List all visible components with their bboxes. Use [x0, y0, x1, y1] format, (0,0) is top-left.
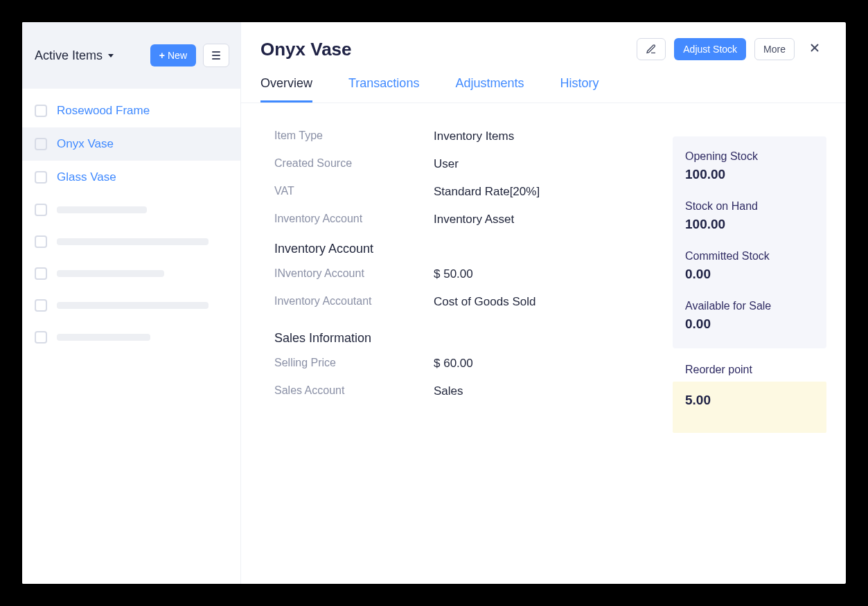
- stock-label: Opening Stock: [685, 150, 814, 163]
- item-list: Rosewood FrameOnyx VaseGlass Vase: [22, 89, 240, 353]
- detail-label: VAT: [274, 185, 434, 199]
- detail-row: Inventory AccoutantCost of Goods Sold: [274, 288, 645, 316]
- tab-history[interactable]: History: [560, 76, 599, 103]
- reorder-label: Reorder point: [673, 348, 826, 382]
- close-icon: [808, 42, 821, 54]
- detail-row: Sales AccountSales: [274, 377, 645, 405]
- sidebar-item-placeholder: [22, 289, 240, 321]
- sidebar-header: Active Items + New: [22, 22, 240, 89]
- detail-value: Inventory Asset: [434, 213, 514, 226]
- checkbox: [35, 267, 47, 280]
- sidebar-item-label: Glass Vase: [57, 170, 116, 184]
- stock-value: 100.00: [685, 167, 814, 182]
- caret-down-icon: [108, 54, 114, 57]
- stock-group: Available for Sale0.00: [685, 300, 814, 332]
- detail-label: Created Source: [274, 157, 434, 171]
- stock-label: Stock on Hand: [685, 200, 814, 213]
- main-panel: Onyx Vase Adjust Stock More: [241, 22, 846, 584]
- checkbox[interactable]: [35, 171, 47, 184]
- sidebar-item-placeholder: [22, 194, 240, 226]
- sidebar-item[interactable]: Rosewood Frame: [22, 94, 240, 127]
- hamburger-icon: [212, 51, 220, 60]
- checkbox[interactable]: [35, 138, 47, 150]
- sidebar-title-text: Active Items: [35, 48, 103, 63]
- placeholder-bar: [57, 206, 147, 213]
- list-options-button[interactable]: [203, 44, 229, 67]
- detail-label: Inventory Accoutant: [274, 295, 434, 309]
- detail-value: Inventory Items: [434, 130, 514, 143]
- adjust-stock-button[interactable]: Adjust Stock: [674, 38, 746, 60]
- detail-row: Selling Price$ 60.00: [274, 350, 645, 377]
- stock-group: Opening Stock100.00: [685, 150, 814, 182]
- detail-label: INventory Account: [274, 267, 434, 281]
- sidebar-item[interactable]: Glass Vase: [22, 161, 240, 194]
- more-label: More: [763, 44, 786, 55]
- detail-row: INventory Account$ 50.00: [274, 260, 645, 288]
- stock-value: 0.00: [685, 267, 814, 282]
- sidebar-item-placeholder: [22, 258, 240, 289]
- placeholder-bar: [57, 302, 209, 309]
- checkbox: [35, 331, 47, 344]
- adjust-stock-label: Adjust Stock: [683, 44, 737, 55]
- items-filter-dropdown[interactable]: Active Items: [35, 48, 150, 63]
- close-button[interactable]: [803, 37, 826, 61]
- stock-value: 0.00: [685, 317, 814, 332]
- checkbox: [35, 235, 47, 248]
- checkbox: [35, 299, 47, 312]
- sidebar-item-placeholder: [22, 321, 240, 353]
- edit-button[interactable]: [637, 38, 666, 60]
- stock-panel: Opening Stock100.00Stock on Hand100.00Co…: [673, 136, 826, 433]
- main-header: Onyx Vase Adjust Stock More: [241, 22, 846, 61]
- detail-value: Sales: [434, 384, 463, 398]
- pencil-icon: [646, 44, 657, 55]
- detail-value: $ 50.00: [434, 267, 473, 281]
- new-item-button[interactable]: + New: [150, 44, 196, 66]
- stock-value: 100.00: [685, 217, 814, 232]
- detail-row: VATStandard Rate[20%]: [274, 178, 645, 206]
- stock-label: Available for Sale: [685, 300, 814, 312]
- tabs: OverviewTransactionsAdjustmentsHistory: [241, 61, 846, 103]
- page-title: Onyx Vase: [260, 39, 637, 60]
- stock-label: Committed Stock: [685, 250, 814, 262]
- detail-label: Sales Account: [274, 384, 434, 398]
- detail-value: Cost of Goods Sold: [434, 295, 535, 309]
- detail-value: Standard Rate[20%]: [434, 185, 540, 199]
- tab-adjustments[interactable]: Adjustments: [455, 76, 524, 103]
- detail-row: Created SourceUser: [274, 150, 645, 178]
- section-title: Inventory Account: [274, 233, 645, 260]
- detail-row: Item TypeInventory Items: [274, 123, 645, 150]
- checkbox[interactable]: [35, 105, 47, 117]
- plus-icon: +: [159, 50, 165, 61]
- detail-label: Item Type: [274, 130, 434, 143]
- detail-value: $ 60.00: [434, 357, 473, 371]
- sidebar: Active Items + New Rosewood FrameOnyx Va…: [22, 22, 241, 584]
- detail-label: Selling Price: [274, 357, 434, 371]
- detail-row: Inventory AccountInventory Asset: [274, 206, 645, 233]
- stock-group: Stock on Hand100.00: [685, 200, 814, 232]
- stock-box: Opening Stock100.00Stock on Hand100.00Co…: [673, 136, 826, 348]
- section-title: Sales Information: [274, 316, 645, 350]
- checkbox: [35, 204, 47, 216]
- detail-label: Inventory Account: [274, 213, 434, 226]
- sidebar-item-label: Onyx Vase: [57, 137, 114, 151]
- more-button[interactable]: More: [754, 38, 795, 60]
- details-section: Item TypeInventory ItemsCreated SourceUs…: [260, 123, 645, 433]
- placeholder-bar: [57, 334, 150, 341]
- sidebar-item-label: Rosewood Frame: [57, 104, 150, 118]
- tab-overview[interactable]: Overview: [260, 76, 312, 103]
- sidebar-item[interactable]: Onyx Vase: [22, 127, 240, 161]
- new-button-label: New: [168, 50, 187, 61]
- reorder-value: 5.00: [685, 393, 814, 408]
- detail-value: User: [434, 157, 459, 171]
- placeholder-bar: [57, 238, 209, 245]
- reorder-box: 5.00: [673, 382, 826, 433]
- placeholder-bar: [57, 270, 164, 277]
- tab-transactions[interactable]: Transactions: [348, 76, 419, 103]
- stock-group: Committed Stock0.00: [685, 250, 814, 282]
- sidebar-item-placeholder: [22, 226, 240, 258]
